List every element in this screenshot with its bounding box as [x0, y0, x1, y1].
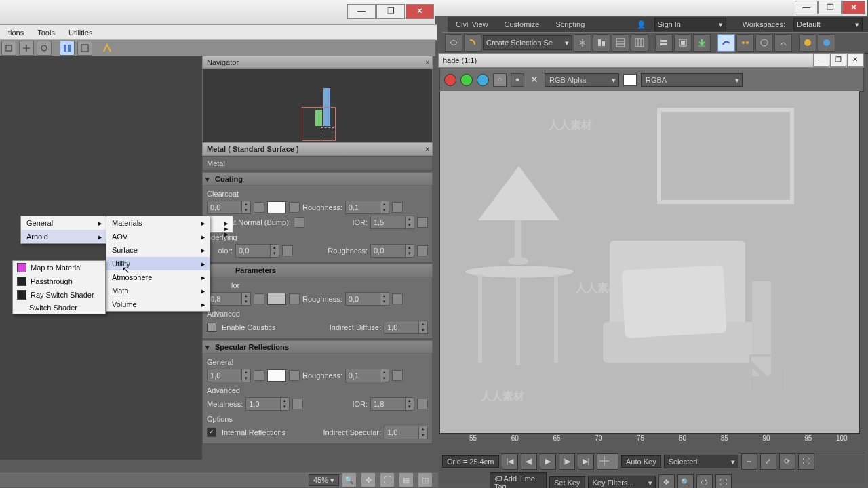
dopesheet-button[interactable] [736, 34, 754, 52]
underlying-spinner[interactable]: ▴▾ [235, 244, 279, 258]
channel-green-icon[interactable] [460, 74, 473, 86]
toolbar-button[interactable] [77, 41, 92, 56]
mono-icon[interactable]: ● [511, 73, 524, 87]
enable-caustics-checkbox[interactable] [207, 323, 216, 332]
maximize-button[interactable]: ❐ [830, 54, 846, 67]
base-roughness-spinner[interactable]: ▴▾ [345, 292, 389, 306]
zoom-readout[interactable]: 45% ▾ [309, 474, 339, 486]
curve-editor-button[interactable] [717, 34, 735, 52]
minimize-button[interactable]: — [795, 1, 818, 14]
add-time-tag[interactable]: 🏷 Add Time Tag [490, 472, 547, 488]
goto-start-button[interactable]: |◀ [502, 453, 518, 470]
toolbar-button[interactable] [60, 41, 75, 56]
sign-in-dropdown[interactable]: Sign In [654, 18, 726, 31]
internal-reflections-checkbox[interactable]: ✓ [207, 428, 216, 437]
map-slot[interactable] [289, 202, 300, 213]
key-mode-button[interactable] [597, 453, 618, 470]
menu-item-volume[interactable]: Volume▸ [106, 298, 210, 311]
close-icon[interactable]: × [425, 57, 429, 69]
zoom-button[interactable]: 🔍 [342, 472, 357, 487]
map-slot[interactable] [417, 399, 428, 409]
menu-item-materials[interactable]: Materials▸ [106, 216, 210, 230]
specular-spinner[interactable]: ▴▾ [207, 369, 251, 382]
color-swatch[interactable] [267, 201, 286, 214]
minimize-button[interactable]: — [813, 54, 829, 67]
toolbar-button[interactable] [100, 41, 114, 55]
minimize-button[interactable]: — [347, 4, 376, 19]
channel-dropdown[interactable]: RGB Alpha [545, 73, 619, 87]
color-swatch[interactable] [267, 293, 286, 305]
close-button[interactable]: ✕ [406, 4, 434, 19]
format-dropdown[interactable]: RGBA [641, 73, 743, 87]
toolbar-button[interactable] [19, 41, 34, 56]
metalness-spinner[interactable]: ▴▾ [245, 397, 290, 411]
menu-options[interactable]: tions [1, 27, 31, 38]
menu-customize[interactable]: Customize [498, 19, 545, 30]
underlying-roughness-spinner[interactable]: ▴▾ [370, 244, 414, 258]
close-button[interactable]: ✕ [842, 1, 865, 14]
menu-utilities[interactable]: Utilities [62, 27, 99, 38]
toolbar-button[interactable] [612, 34, 629, 52]
map-slot[interactable] [289, 370, 300, 381]
maximize-button[interactable]: ❐ [818, 1, 842, 14]
menu-item-map-to-material[interactable]: Map to Material [13, 261, 105, 274]
menu-item-atmosphere[interactable]: Atmosphere▸ [106, 270, 210, 284]
nav-button[interactable]: ⟳ [779, 453, 795, 470]
map-slot[interactable] [254, 293, 264, 304]
indirect-diffuse-spinner[interactable]: ▴▾ [384, 321, 428, 334]
menu-item-arnold[interactable]: Arnold▸ [21, 230, 106, 243]
pan-button[interactable]: ✥ [361, 472, 376, 487]
map-slot[interactable] [282, 245, 293, 256]
nav-button[interactable]: ✥ [658, 474, 675, 488]
map-slot[interactable] [289, 293, 300, 304]
menu-item-switch-shader[interactable]: Switch Shader [13, 302, 105, 314]
play-button[interactable]: ▶ [540, 453, 556, 470]
channel-red-icon[interactable] [444, 74, 456, 86]
rollout-parameters[interactable]: Parameters [202, 264, 433, 277]
toolbar-button[interactable] [755, 34, 773, 52]
autokey-button[interactable]: Auto Key [621, 455, 661, 468]
key-target-dropdown[interactable]: Selected [664, 455, 738, 468]
map-slot[interactable] [254, 370, 264, 381]
maximize-button[interactable]: ❐ [376, 4, 405, 19]
toolbar-button[interactable] [445, 34, 462, 52]
menu-civil-view[interactable]: Civil View [450, 19, 493, 30]
menu-item-passthrough[interactable]: Passthrough [13, 274, 105, 288]
viewport-tab[interactable]: hade (1:1) — ❐ ✕ [438, 53, 864, 68]
menu-item-aov[interactable]: AOV▸ [106, 230, 210, 243]
material-name-field[interactable]: Metal [202, 156, 433, 171]
selection-set-dropdown[interactable]: Create Selection Se [483, 35, 572, 50]
menu-scripting[interactable]: Scripting [550, 19, 590, 30]
toolbar-button[interactable] [631, 34, 648, 52]
rollout-coating[interactable]: Coating [202, 172, 433, 186]
map-slot[interactable] [392, 202, 403, 213]
nav-button[interactable]: ⭯ [696, 474, 713, 488]
channel-alpha-icon[interactable]: ○ [493, 73, 507, 87]
clearcoat-spinner[interactable]: ▴▾ [207, 201, 251, 214]
toolbar-button[interactable] [1, 41, 16, 56]
bg-swatch[interactable] [623, 74, 637, 86]
toolbar-button[interactable] [37, 41, 52, 56]
goto-end-button[interactable]: ▶| [578, 453, 594, 470]
toolbar-button[interactable] [774, 34, 792, 52]
mirror-button[interactable] [574, 34, 591, 52]
menu-item-surface[interactable]: Surface▸ [106, 243, 210, 257]
render-button[interactable] [818, 34, 835, 52]
render-view[interactable]: 人人素材 人人素材 人人素材 [439, 91, 860, 434]
close-icon[interactable]: × [425, 144, 429, 156]
map-slot[interactable] [392, 293, 403, 304]
nav-button[interactable]: ⤢ [760, 453, 776, 470]
spec-ior-spinner[interactable]: ▴▾ [370, 397, 414, 411]
close-button[interactable]: ✕ [847, 54, 863, 67]
arrow-item[interactable]: ▸ [210, 222, 233, 227]
workspace-dropdown[interactable]: Default [793, 18, 863, 31]
nav-button[interactable]: ◫ [418, 472, 433, 487]
ior-spinner[interactable]: ▴▾ [370, 216, 414, 229]
spec-roughness-spinner[interactable]: ▴▾ [345, 369, 389, 382]
map-slot[interactable] [292, 399, 303, 409]
navigator-viewport-rect[interactable] [302, 107, 336, 141]
rollout-specular[interactable]: Specular Reflections [202, 340, 433, 354]
nav-button[interactable]: ⛶ [798, 453, 814, 470]
toolbar-button[interactable] [674, 34, 692, 52]
menu-item-ray-switch-shader[interactable]: Ray Switch Shader [13, 288, 105, 302]
